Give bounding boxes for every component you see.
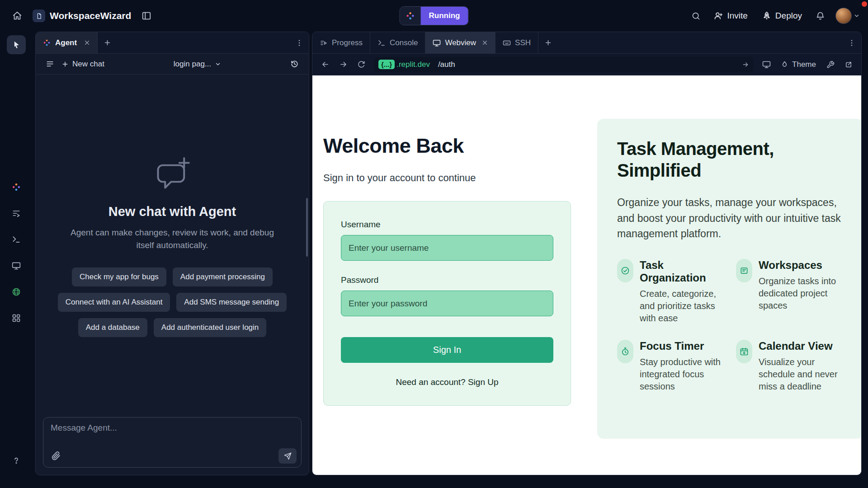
forward-button[interactable]: [335, 56, 351, 73]
help-button[interactable]: [7, 451, 26, 470]
console-icon: [377, 39, 386, 47]
layout-button[interactable]: [137, 7, 156, 25]
home-icon: [12, 11, 22, 21]
search-icon: [691, 11, 701, 21]
feature-title: Calendar View: [759, 340, 843, 352]
feature-description: Organize tasks into dedicated project sp…: [759, 275, 843, 312]
empty-state-description: Agent can make changes, review its work,…: [66, 226, 278, 251]
tab-ssh-label: SSH: [515, 38, 531, 47]
agent-toolbar: New chat login pag...: [36, 54, 309, 75]
invite-person-icon: [714, 11, 723, 20]
send-icon: [284, 452, 292, 460]
attach-file-button[interactable]: [50, 450, 62, 462]
keyboard-icon: [503, 39, 511, 47]
chat-bubble-plus-icon: [153, 155, 191, 192]
auth-heading: Welcome Back: [323, 134, 464, 158]
new-tab-button[interactable]: [98, 32, 117, 53]
monitor-icon: [433, 39, 441, 47]
notifications-button[interactable]: [811, 7, 829, 25]
paperclip-icon: [52, 451, 61, 460]
back-button[interactable]: [317, 56, 333, 73]
invite-button[interactable]: Invite: [708, 7, 753, 24]
suggestion-chip[interactable]: Add payment processing: [173, 267, 273, 286]
open-in-new-window-button[interactable]: [840, 56, 857, 73]
deploy-button[interactable]: Deploy: [757, 7, 807, 24]
url-bar[interactable]: {...} .replit.dev /auth: [374, 57, 754, 72]
username-label: Username: [341, 220, 553, 230]
sign-in-button[interactable]: Sign In: [341, 337, 553, 363]
grid-icon: [12, 314, 21, 323]
tab-webview[interactable]: Webview: [425, 32, 495, 53]
feature-title: Focus Timer: [640, 340, 724, 352]
new-chat-button[interactable]: New chat: [58, 57, 108, 71]
search-button[interactable]: [687, 7, 705, 25]
suggestion-chip[interactable]: Add a database: [78, 318, 147, 337]
workspace-board-icon: [736, 259, 752, 282]
webview-panel-menu-button[interactable]: [842, 32, 861, 53]
suggestion-chip[interactable]: Check my app for bugs: [72, 267, 166, 286]
apps-grid-tool-button[interactable]: [7, 309, 26, 328]
suggestion-chip[interactable]: Add SMS message sending: [176, 293, 287, 312]
reload-button[interactable]: [353, 56, 369, 73]
scrollbar-thumb[interactable]: [306, 198, 308, 257]
webview-navbar: {...} .replit.dev /auth Theme: [312, 54, 861, 75]
home-button[interactable]: [8, 7, 26, 25]
send-message-button[interactable]: [278, 448, 297, 464]
run-status-button[interactable]: Running: [400, 6, 469, 25]
webview-panel: Progress Console Webview SSH: [312, 32, 862, 475]
message-composer[interactable]: [43, 417, 302, 468]
feature-description: Visualize your schedule and never miss a…: [759, 356, 843, 393]
agent-tool-button[interactable]: [7, 178, 26, 197]
chat-list-button[interactable]: [42, 57, 58, 71]
feature-title: Task Organization: [640, 259, 724, 284]
agent-panel-menu-button[interactable]: [290, 32, 309, 53]
replit-agent-logo-icon: [12, 183, 21, 192]
avatar: [835, 8, 852, 24]
plus-icon: [104, 39, 111, 47]
password-label: Password: [341, 275, 553, 285]
suggestion-chip[interactable]: Add authenticated user login: [154, 318, 267, 337]
tool-rail: [0, 32, 33, 475]
account-menu-button[interactable]: [833, 8, 860, 24]
workflows-tool-button[interactable]: [7, 204, 26, 223]
checkpoint-history-button[interactable]: [287, 57, 302, 71]
message-input[interactable]: [51, 423, 294, 433]
sign-up-link[interactable]: Need an account? Sign Up: [341, 377, 553, 387]
tab-agent[interactable]: Agent: [36, 32, 98, 53]
username-input[interactable]: [341, 235, 553, 261]
deploy-label: Deploy: [775, 11, 802, 21]
promo-title: Task Management, Simplified: [617, 138, 843, 181]
wrench-icon: [826, 61, 835, 69]
pointer-tool-button[interactable]: [7, 35, 26, 54]
networking-tool-button[interactable]: [7, 282, 26, 301]
shell-tool-button[interactable]: [7, 230, 26, 249]
suggestion-chip[interactable]: Connect with an AI Assistant: [58, 293, 170, 312]
tab-webview-close-button[interactable]: [482, 40, 488, 46]
close-icon: [84, 40, 90, 46]
tab-ssh[interactable]: SSH: [495, 32, 538, 53]
new-tab-button[interactable]: [538, 32, 557, 53]
empty-state-title: New chat with Agent: [108, 204, 236, 219]
tab-console[interactable]: Console: [370, 32, 425, 53]
promo-description: Organize your tasks, manage your workspa…: [617, 195, 843, 242]
chevron-down-icon: [215, 61, 221, 67]
help-icon: [12, 456, 21, 465]
configure-button[interactable]: [822, 56, 839, 73]
output-tool-button[interactable]: [7, 256, 26, 275]
tab-agent-close-button[interactable]: [84, 40, 90, 46]
tab-progress[interactable]: Progress: [312, 32, 370, 53]
devtools-button[interactable]: [758, 56, 774, 73]
feature-item: Task Organization Create, categorize, an…: [617, 259, 724, 324]
reload-icon: [357, 61, 365, 69]
session-selector-button[interactable]: login pag...: [170, 57, 225, 71]
workspace-title-button[interactable]: WorkspaceWizard: [33, 9, 131, 22]
feature-grid: Task Organization Create, categorize, an…: [617, 259, 843, 393]
check-circle-icon: [617, 259, 633, 282]
arrow-right-icon: [339, 60, 348, 69]
repl-file-icon: [33, 9, 45, 22]
devices-icon: [762, 60, 771, 69]
password-input[interactable]: [341, 291, 553, 316]
replit-agent-logo-icon: [400, 7, 421, 25]
agent-empty-state: New chat with Agent Agent can make chang…: [36, 75, 309, 417]
theme-button[interactable]: Theme: [776, 56, 821, 73]
